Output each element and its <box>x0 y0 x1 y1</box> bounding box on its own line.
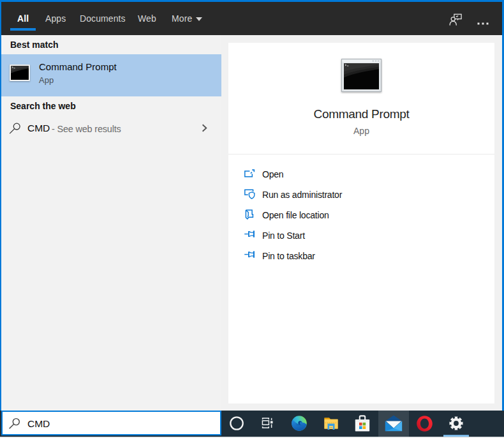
web-query: CMD <box>27 123 50 134</box>
tab-apps[interactable]: Apps <box>45 2 66 35</box>
divider <box>228 154 494 155</box>
action-label: Open file location <box>262 210 329 220</box>
folder-location-icon <box>244 209 255 220</box>
preview-subtitle: App <box>228 126 494 136</box>
action-label: Open <box>262 169 283 179</box>
search-input-value: CMD <box>27 418 50 430</box>
search-icon <box>8 418 20 432</box>
command-prompt-icon-large <box>341 59 382 94</box>
pin-icon <box>244 230 255 241</box>
open-icon <box>244 169 255 179</box>
action-open-file-location[interactable]: Open file location <box>228 205 494 225</box>
preview-panel: Command Prompt App Open <box>228 43 494 404</box>
taskbar-cortana-button[interactable] <box>221 411 252 436</box>
taskbar-settings-button[interactable] <box>441 411 471 436</box>
tab-label: Documents <box>80 13 126 24</box>
task-view-icon <box>259 415 276 432</box>
tab-label: More <box>172 13 192 24</box>
best-match-header: Best match <box>10 40 58 50</box>
settings-gear-icon <box>448 415 464 432</box>
best-match-result[interactable]: Command Prompt App <box>1 54 221 96</box>
edge-icon <box>291 415 308 432</box>
preview-title: Command Prompt <box>228 107 494 121</box>
tab-more[interactable]: More <box>172 2 202 35</box>
action-label: Pin to Start <box>262 230 305 241</box>
taskbar-search-box[interactable]: CMD <box>1 411 221 435</box>
action-label: Run as administrator <box>262 190 342 200</box>
active-tab-underline <box>10 28 36 31</box>
results-list: Best match Command Prompt App Sea <box>1 35 221 411</box>
windows-search-flyout: All Apps Documents Web More Best match <box>0 0 504 438</box>
action-run-as-administrator[interactable]: Run as administrator <box>228 185 494 205</box>
taskbar-file-explorer-button[interactable] <box>316 411 346 436</box>
search-results-area: Best match Command Prompt App Sea <box>1 35 502 411</box>
action-label: Pin to taskbar <box>262 251 315 261</box>
search-tabs-bar: All Apps Documents Web More <box>1 2 502 35</box>
taskbar-edge-button[interactable] <box>284 411 315 436</box>
tab-label: Apps <box>45 13 66 24</box>
tab-web[interactable]: Web <box>138 2 156 35</box>
taskbar-task-view-button[interactable] <box>252 411 283 436</box>
action-pin-to-taskbar[interactable]: Pin to taskbar <box>228 246 494 266</box>
search-icon <box>9 123 20 137</box>
result-title: Command Prompt <box>39 61 117 72</box>
file-explorer-icon <box>323 415 339 432</box>
cortana-icon <box>228 415 245 432</box>
ellipsis-icon[interactable] <box>476 17 491 29</box>
mail-icon <box>385 414 403 432</box>
web-hint: - See web results <box>52 124 121 134</box>
opera-icon <box>416 415 433 432</box>
feedback-user-icon[interactable] <box>448 12 463 29</box>
tab-label: All <box>17 13 29 24</box>
action-open[interactable]: Open <box>228 164 494 185</box>
taskbar-store-button[interactable] <box>347 411 378 436</box>
taskbar-opera-button[interactable] <box>409 411 440 436</box>
action-pin-to-start[interactable]: Pin to Start <box>228 225 494 246</box>
store-icon <box>354 415 371 432</box>
shield-icon <box>244 189 255 200</box>
tab-documents[interactable]: Documents <box>80 2 126 35</box>
command-prompt-icon <box>10 64 30 84</box>
taskbar: CMD <box>0 411 504 438</box>
web-search-result[interactable]: CMD - See web results <box>1 112 221 143</box>
taskbar-mail-button[interactable] <box>378 411 409 436</box>
chevron-right-icon <box>202 124 208 135</box>
tab-label: Web <box>138 13 156 24</box>
pin-icon <box>244 250 255 261</box>
search-web-header: Search the web <box>10 101 76 111</box>
chevron-down-icon <box>196 17 202 21</box>
result-subtitle: App <box>39 75 54 85</box>
